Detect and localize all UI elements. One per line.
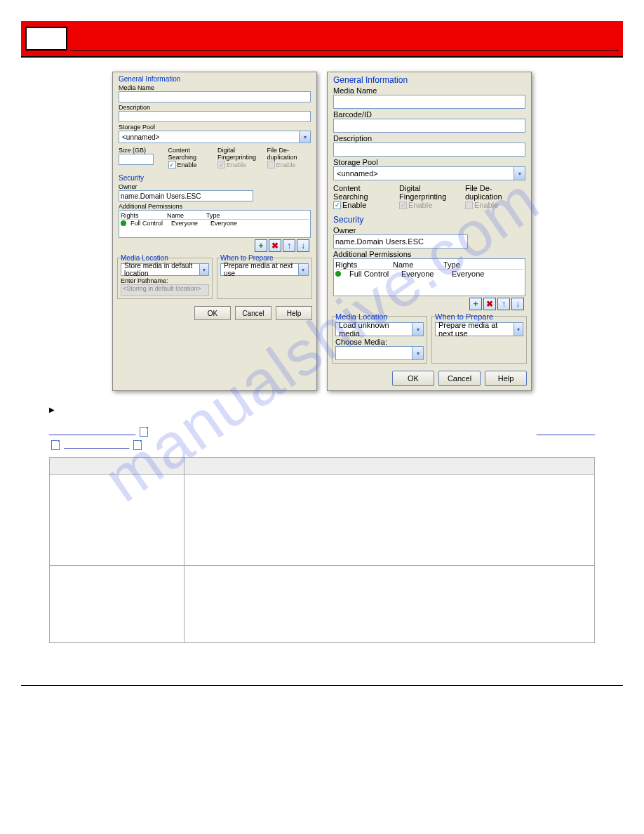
file-dedup-checkbox: Enable xyxy=(465,201,525,209)
document-icon xyxy=(140,427,148,437)
perm-rights-value: Full Control xyxy=(130,220,167,227)
remove-icon[interactable]: ✖ xyxy=(269,239,281,252)
choose-media-select[interactable]: ▾ xyxy=(335,346,424,360)
media-location-select[interactable]: Load unknown media ▾ xyxy=(335,322,424,336)
owner-input[interactable] xyxy=(333,234,468,249)
digital-fingerprint-label: Digital Fingerprinting xyxy=(217,147,262,161)
new-media-dialog-left: General Information Media Name Descripti… xyxy=(112,72,317,391)
when-prepare-fieldset: When to Prepare Prepare media at next us… xyxy=(431,316,527,364)
help-button[interactable]: Help xyxy=(485,371,527,386)
new-media-dialog-right: General Information Media Name Barcode/I… xyxy=(327,72,532,391)
up-icon[interactable]: ↑ xyxy=(283,239,295,252)
media-name-label: Media Name xyxy=(333,86,525,95)
size-label: Size (GB) xyxy=(119,147,163,154)
content-searching-checkbox[interactable]: ✓ Enable xyxy=(168,161,213,168)
remove-icon[interactable]: ✖ xyxy=(483,298,496,310)
help-button[interactable]: Help xyxy=(276,306,312,320)
when-prepare-select[interactable]: Prepare media at next use ▾ xyxy=(435,322,523,336)
left-link-1[interactable] xyxy=(49,426,135,436)
checkbox-icon: ✓ xyxy=(168,161,176,168)
col-type: Type xyxy=(206,212,220,219)
enable-label-dis: Enable xyxy=(408,201,432,209)
choose-media-label: Choose Media: xyxy=(335,338,424,346)
table-row xyxy=(50,475,595,566)
checkbox-disabled-icon xyxy=(465,201,473,209)
table-header-1 xyxy=(50,458,185,475)
add-icon[interactable]: + xyxy=(255,239,267,252)
enable-label-dis2: Enable xyxy=(276,161,296,168)
storage-pool-value: <unnamed> xyxy=(122,133,159,141)
description-table xyxy=(49,457,595,643)
when-prepare-title: When to Prepare xyxy=(220,254,309,262)
content-searching-checkbox[interactable]: ✓ Enable xyxy=(333,201,394,209)
section-general-info: General Information xyxy=(333,75,525,85)
left-link-2[interactable] xyxy=(64,439,129,449)
perm-type-value: Everyone xyxy=(452,270,484,278)
perm-name-value: Everyone xyxy=(171,220,206,227)
when-prepare-title: When to Prepare xyxy=(435,312,523,321)
permissions-list[interactable]: Rights Name Type Full Control Everyone E… xyxy=(119,210,311,238)
table-cell xyxy=(50,566,185,643)
ok-button[interactable]: OK xyxy=(392,371,434,386)
permission-toolbar: + ✖ ↑ ↓ xyxy=(333,298,525,310)
file-dedup-label: File De-duplication xyxy=(465,184,525,201)
col-rights: Rights xyxy=(335,260,384,269)
file-dedup-checkbox: Enable xyxy=(267,161,311,168)
owner-input[interactable] xyxy=(119,190,253,201)
storage-pool-label: Storage Pool xyxy=(119,124,311,131)
media-location-value: Load unknown media xyxy=(339,321,412,338)
notes-region xyxy=(49,405,595,643)
document-icon xyxy=(133,440,142,450)
add-icon[interactable]: + xyxy=(469,298,482,310)
document-icon xyxy=(51,440,60,450)
footer-rule xyxy=(21,685,623,686)
checkbox-disabled-icon xyxy=(267,161,275,168)
perm-type-value: Everyone xyxy=(210,220,237,227)
permission-dot-icon xyxy=(121,220,126,226)
permission-toolbar: + ✖ ↑ ↓ xyxy=(119,239,311,252)
down-icon[interactable]: ↓ xyxy=(297,239,309,252)
content-searching-label: Content Searching xyxy=(333,184,394,201)
when-prepare-select[interactable]: Prepare media at next use ▾ xyxy=(220,263,309,276)
enable-label-dis: Enable xyxy=(227,161,246,168)
content-searching-label: Content Searching xyxy=(168,147,213,161)
dropdown-icon: ▾ xyxy=(412,347,423,359)
description-label: Description xyxy=(119,104,311,111)
barcode-input[interactable] xyxy=(333,119,525,133)
digital-fingerprint-checkbox: ✓ Enable xyxy=(399,201,459,209)
when-prepare-fieldset: When to Prepare Prepare media at next us… xyxy=(217,258,312,299)
storage-pool-select[interactable]: <unnamed> ▾ xyxy=(333,166,525,180)
file-dedup-label: File De-duplication xyxy=(267,147,311,161)
description-input[interactable] xyxy=(119,111,311,122)
section-general-info: General Information xyxy=(119,75,311,83)
size-input[interactable] xyxy=(119,154,154,165)
media-name-input[interactable] xyxy=(333,95,525,109)
owner-label: Owner xyxy=(333,226,525,234)
ok-button[interactable]: OK xyxy=(194,306,231,320)
enter-pathname-label: Enter Pathname: xyxy=(121,277,209,284)
media-location-fieldset: Media Location Load unknown media ▾ Choo… xyxy=(332,316,427,364)
right-link[interactable] xyxy=(537,426,595,436)
col-name: Name xyxy=(167,212,202,219)
enable-label: Enable xyxy=(342,201,366,209)
note-bullet xyxy=(49,405,595,426)
storage-pool-select[interactable]: <unnamed> ▾ xyxy=(119,131,311,143)
checkbox-icon: ✓ xyxy=(333,201,341,209)
dropdown-icon: ▾ xyxy=(412,323,423,336)
enable-label: Enable xyxy=(177,161,197,168)
permissions-list[interactable]: Rights Name Type Full Control Everyone E… xyxy=(333,258,525,296)
down-icon[interactable]: ↓ xyxy=(511,298,524,310)
col-type: Type xyxy=(443,260,460,269)
media-location-select[interactable]: Store media in default location ▾ xyxy=(121,263,209,276)
up-icon[interactable]: ↑ xyxy=(497,298,510,310)
enable-label-dis2: Enable xyxy=(474,201,498,209)
description-input[interactable] xyxy=(333,143,525,157)
when-prepare-value: Prepare media at next use xyxy=(224,262,298,277)
media-name-input[interactable] xyxy=(119,91,311,102)
cancel-button[interactable]: Cancel xyxy=(235,306,271,320)
dropdown-icon: ▾ xyxy=(298,264,309,275)
permission-dot-icon xyxy=(335,271,341,277)
logo-placeholder xyxy=(25,27,67,51)
cancel-button[interactable]: Cancel xyxy=(438,371,481,386)
col-rights: Rights xyxy=(121,212,163,219)
